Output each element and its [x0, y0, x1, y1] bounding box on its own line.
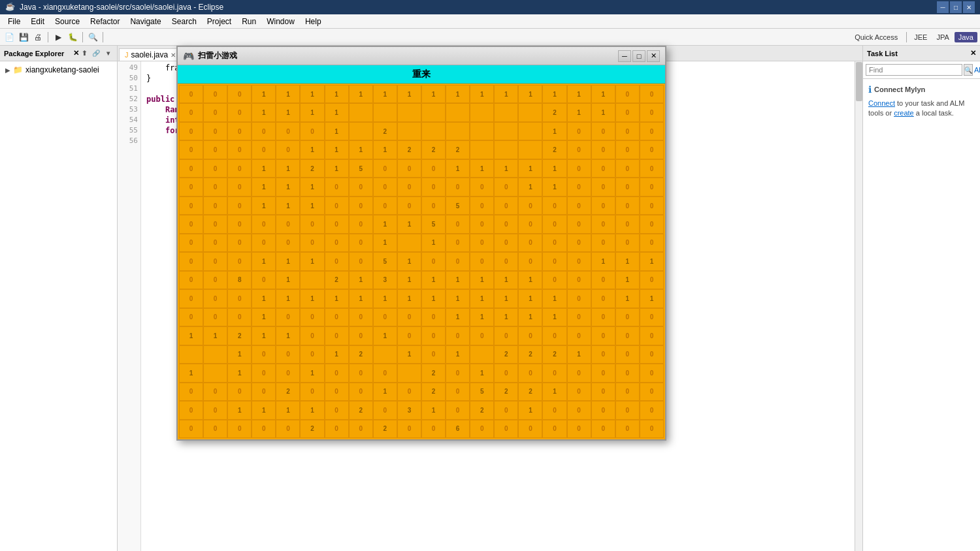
grid-cell[interactable]: 0 [591, 345, 615, 364]
grid-cell[interactable]: 0 [349, 326, 373, 345]
grid-cell[interactable]: 0 [591, 271, 615, 289]
game-maximize-button[interactable]: □ [632, 50, 645, 62]
grid-cell[interactable]: 1 [397, 289, 421, 307]
java-perspective-label[interactable]: Java [955, 32, 977, 42]
grid-cell[interactable] [470, 140, 494, 159]
grid-cell[interactable]: 1 [542, 383, 566, 401]
grid-cell[interactable]: 0 [227, 178, 252, 196]
grid-cell[interactable]: 1 [300, 103, 324, 121]
grid-cell[interactable]: 1 [446, 85, 470, 103]
grid-cell[interactable]: 0 [325, 401, 349, 419]
grid-cell[interactable]: 0 [591, 383, 615, 401]
grid-cell[interactable]: 0 [591, 159, 615, 178]
grid-cell[interactable]: 0 [518, 197, 542, 215]
grid-cell[interactable]: 0 [421, 178, 446, 196]
grid-cell[interactable]: 0 [542, 234, 566, 252]
grid-cell[interactable]: 0 [325, 234, 349, 252]
grid-cell[interactable]: 0 [542, 271, 566, 289]
grid-cell[interactable]: 0 [518, 420, 542, 438]
grid-cell[interactable]: 1 [300, 364, 324, 382]
grid-cell[interactable]: 0 [567, 364, 591, 382]
grid-cell[interactable]: 0 [203, 140, 227, 159]
grid-cell[interactable]: 0 [373, 159, 397, 178]
grid-cell[interactable]: 0 [227, 420, 252, 438]
grid-cell[interactable]: 1 [567, 103, 591, 121]
grid-cell[interactable]: 0 [421, 197, 446, 215]
grid-cell[interactable]: 1 [276, 178, 300, 196]
grid-cell[interactable]: 1 [494, 308, 518, 326]
grid-cell[interactable]: 0 [203, 401, 227, 419]
grid-cell[interactable]: 0 [470, 252, 494, 270]
grid-cell[interactable]: 0 [446, 178, 470, 196]
grid-cell[interactable]: 0 [227, 103, 252, 121]
grid-cell[interactable]: 1 [494, 271, 518, 289]
editor-tab-saolei[interactable]: J saolei.java ✕ [119, 48, 182, 61]
grid-cell[interactable]: 1 [615, 271, 640, 289]
grid-cell[interactable] [421, 103, 446, 121]
grid-cell[interactable]: 2 [518, 383, 542, 401]
grid-cell[interactable]: 1 [276, 326, 300, 345]
grid-cell[interactable]: 1 [300, 85, 324, 103]
grid-cell[interactable]: 1 [421, 289, 446, 307]
grid-cell[interactable]: 0 [397, 383, 421, 401]
grid-cell[interactable]: 0 [373, 364, 397, 382]
grid-cell[interactable]: 1 [567, 85, 591, 103]
grid-cell[interactable]: 0 [203, 271, 227, 289]
grid-cell[interactable]: 1 [325, 289, 349, 307]
grid-cell[interactable]: 1 [252, 401, 276, 419]
grid-cell[interactable]: 5 [373, 252, 397, 270]
grid-cell[interactable]: 1 [615, 252, 640, 270]
grid-cell[interactable]: 1 [252, 103, 276, 121]
grid-cell[interactable]: 0 [615, 326, 640, 345]
grid-cell[interactable]: 0 [640, 103, 664, 121]
grid-cell[interactable]: 1 [325, 345, 349, 364]
grid-cell[interactable]: 0 [349, 420, 373, 438]
grid-cell[interactable]: 0 [300, 345, 324, 364]
grid-cell[interactable] [470, 345, 494, 364]
grid-cell[interactable]: 1 [227, 345, 252, 364]
grid-cell[interactable]: 0 [591, 122, 615, 140]
grid-cell[interactable]: 0 [421, 420, 446, 438]
grid-cell[interactable]: 0 [470, 326, 494, 345]
grid-cell[interactable]: 0 [421, 308, 446, 326]
menu-edit[interactable]: Edit [25, 16, 50, 27]
grid-cell[interactable]: 2 [349, 401, 373, 419]
grid-cell[interactable] [518, 140, 542, 159]
grid-cell[interactable]: 0 [518, 215, 542, 233]
grid-cell[interactable]: 1 [518, 289, 542, 307]
grid-cell[interactable]: 0 [179, 103, 203, 121]
grid-cell[interactable] [494, 122, 518, 140]
grid-cell[interactable]: 0 [567, 271, 591, 289]
grid-cell[interactable] [203, 364, 227, 382]
grid-cell[interactable]: 0 [591, 308, 615, 326]
grid-cell[interactable]: 1 [349, 85, 373, 103]
menu-help[interactable]: Help [300, 16, 327, 27]
grid-cell[interactable]: 0 [542, 197, 566, 215]
grid-cell[interactable]: 1 [349, 271, 373, 289]
grid-cell[interactable]: 1 [518, 178, 542, 196]
grid-cell[interactable]: 0 [179, 308, 203, 326]
menu-run[interactable]: Run [237, 16, 261, 27]
grid-cell[interactable] [470, 103, 494, 121]
grid-cell[interactable]: 2 [373, 122, 397, 140]
grid-cell[interactable]: 0 [567, 215, 591, 233]
grid-cell[interactable]: 1 [518, 401, 542, 419]
grid-cell[interactable]: 2 [421, 140, 446, 159]
grid-cell[interactable]: 0 [567, 401, 591, 419]
grid-cell[interactable]: 0 [325, 326, 349, 345]
grid-cell[interactable]: 0 [179, 122, 203, 140]
grid-cell[interactable]: 0 [421, 252, 446, 270]
grid-cell[interactable]: 0 [615, 401, 640, 419]
grid-cell[interactable]: 0 [640, 234, 664, 252]
grid-cell[interactable]: 0 [325, 308, 349, 326]
grid-cell[interactable]: 0 [446, 215, 470, 233]
grid-cell[interactable]: 0 [494, 364, 518, 382]
grid-cell[interactable]: 1 [542, 289, 566, 307]
grid-cell[interactable]: 0 [542, 326, 566, 345]
grid-cell[interactable]: 0 [421, 345, 446, 364]
grid-cell[interactable]: 1 [300, 178, 324, 196]
grid-cell[interactable]: 0 [203, 289, 227, 307]
grid-cell[interactable] [349, 122, 373, 140]
grid-cell[interactable]: 1 [252, 159, 276, 178]
grid-cell[interactable]: 0 [179, 215, 203, 233]
